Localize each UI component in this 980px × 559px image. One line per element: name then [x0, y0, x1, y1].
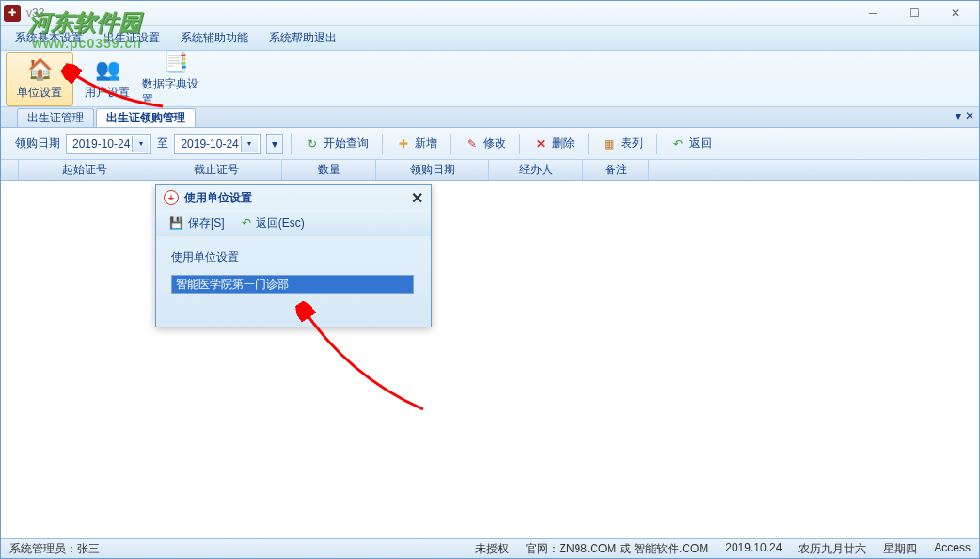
status-weekday: 星期四	[883, 541, 917, 557]
status-lunar: 农历九月廿六	[798, 541, 866, 557]
date-range-dropdown[interactable]: ▾	[266, 134, 283, 154]
menu-aux-functions[interactable]: 系统辅助功能	[181, 30, 248, 46]
date-label: 领购日期	[15, 136, 60, 152]
list-button[interactable]: ▦表列	[596, 133, 649, 154]
dialog-body: 使用单位设置	[156, 236, 431, 303]
ribbon-label: 单位设置	[17, 85, 62, 101]
refresh-icon: ↻	[305, 136, 320, 152]
grid-header-end-cert[interactable]: 截止证号	[150, 160, 282, 180]
delete-button[interactable]: ✕删除	[528, 133, 580, 154]
tab-dropdown-icon[interactable]: ▾	[956, 109, 961, 122]
grid-icon: ▦	[602, 136, 617, 152]
house-icon: 🏠	[26, 56, 53, 83]
chevron-down-icon[interactable]: ▾	[241, 136, 258, 152]
tab-birth-cert-manage[interactable]: 出生证管理	[17, 108, 94, 127]
plus-circle-icon: +	[164, 190, 179, 205]
separator	[291, 134, 292, 154]
statusbar: 系统管理员：张三 未授权 官网：ZN98.COM 或 智能软件.COM 2019…	[0, 538, 980, 559]
status-website: 官网：ZN98.COM 或 智能软件.COM	[526, 541, 709, 557]
dictionary-icon: 📑	[162, 50, 188, 74]
grid-header-qty[interactable]: 数量	[282, 160, 376, 180]
date-from-value: 2019-10-24	[72, 137, 130, 151]
grid-header-start-cert[interactable]: 起始证号	[19, 160, 150, 180]
to-label: 至	[157, 136, 168, 152]
status-admin: 系统管理员：张三	[9, 541, 100, 557]
separator	[450, 134, 451, 154]
delete-icon: ✕	[533, 136, 548, 152]
dialog-title-text: 使用单位设置	[184, 190, 252, 206]
close-button[interactable]: ✕	[935, 3, 976, 24]
dialog-toolbar: 💾保存[S] ↶返回(Esc)	[156, 210, 431, 236]
grid-header-selector[interactable]	[0, 160, 19, 180]
users-icon: 👥	[94, 56, 120, 83]
tabstrip: 出生证管理 出生证领购管理 ▾ ✕	[0, 107, 980, 128]
toolbar: 领购日期 2019-10-24 ▾ 至 2019-10-24 ▾ ▾ ↻开始查询…	[0, 128, 980, 160]
separator	[588, 134, 589, 154]
date-to-value: 2019-10-24	[181, 137, 238, 151]
menubar: 系统基本设置 出生证设置 系统辅助功能 系统帮助退出	[0, 26, 980, 51]
menu-help-exit[interactable]: 系统帮助退出	[269, 30, 337, 46]
unit-settings-dialog: + 使用单位设置 ✕ 💾保存[S] ↶返回(Esc) 使用单位设置	[155, 184, 432, 327]
grid-header-date[interactable]: 领购日期	[376, 160, 489, 180]
status-db: Access	[934, 541, 971, 557]
unit-name-input[interactable]	[171, 275, 414, 294]
dialog-save-button[interactable]: 💾保存[S]	[169, 216, 225, 232]
chevron-down-icon[interactable]: ▾	[132, 136, 149, 152]
unit-field-label: 使用单位设置	[171, 249, 416, 265]
dialog-titlebar[interactable]: + 使用单位设置 ✕	[156, 185, 431, 210]
add-button[interactable]: ✚新增	[390, 133, 443, 154]
dialog-close-button[interactable]: ✕	[411, 189, 423, 207]
start-query-button[interactable]: ↻开始查询	[299, 133, 374, 154]
tab-close-icon[interactable]: ✕	[965, 109, 974, 122]
ribbon: 🏠 单位设置 👥 用户设置 📑 数据字典设置	[0, 51, 980, 107]
minimize-button[interactable]: ─	[852, 3, 893, 24]
app-title: v33	[26, 7, 852, 20]
dialog-back-button[interactable]: ↶返回(Esc)	[242, 216, 305, 232]
grid-header-remark[interactable]: 备注	[583, 160, 649, 180]
back-icon: ↶	[242, 216, 251, 230]
separator	[519, 134, 520, 154]
back-icon: ↶	[671, 136, 686, 152]
status-unauthorized: 未授权	[475, 541, 509, 557]
ribbon-unit-settings[interactable]: 🏠 单位设置	[6, 52, 73, 106]
date-to-picker[interactable]: 2019-10-24 ▾	[174, 134, 260, 154]
grid-header: 起始证号 截止证号 数量 领购日期 经办人 备注	[0, 160, 980, 181]
status-date: 2019.10.24	[725, 541, 782, 557]
grid-header-handler[interactable]: 经办人	[489, 160, 583, 180]
date-from-picker[interactable]: 2019-10-24 ▾	[66, 134, 151, 154]
separator	[382, 134, 383, 154]
edit-icon: ✎	[465, 136, 480, 152]
window-controls: ─ ☐ ✕	[852, 3, 976, 24]
back-button[interactable]: ↶返回	[665, 133, 718, 154]
titlebar: ✚ v33 ─ ☐ ✕	[0, 0, 980, 26]
menu-system-settings[interactable]: 系统基本设置	[15, 30, 83, 46]
separator	[656, 134, 657, 154]
menu-birth-cert-settings[interactable]: 出生证设置	[103, 30, 160, 46]
edit-button[interactable]: ✎修改	[459, 133, 512, 154]
add-icon: ✚	[396, 136, 411, 152]
ribbon-dictionary-settings[interactable]: 📑 数据字典设置	[141, 52, 209, 106]
save-icon: 💾	[169, 216, 183, 230]
ribbon-user-settings[interactable]: 👥 用户设置	[73, 52, 141, 106]
tab-purchase-manage[interactable]: 出生证领购管理	[96, 108, 196, 127]
app-icon: ✚	[4, 5, 21, 22]
ribbon-label: 数据字典设置	[142, 76, 208, 108]
maximize-button[interactable]: ☐	[893, 3, 935, 24]
content-area	[0, 181, 980, 538]
ribbon-label: 用户设置	[85, 85, 130, 101]
